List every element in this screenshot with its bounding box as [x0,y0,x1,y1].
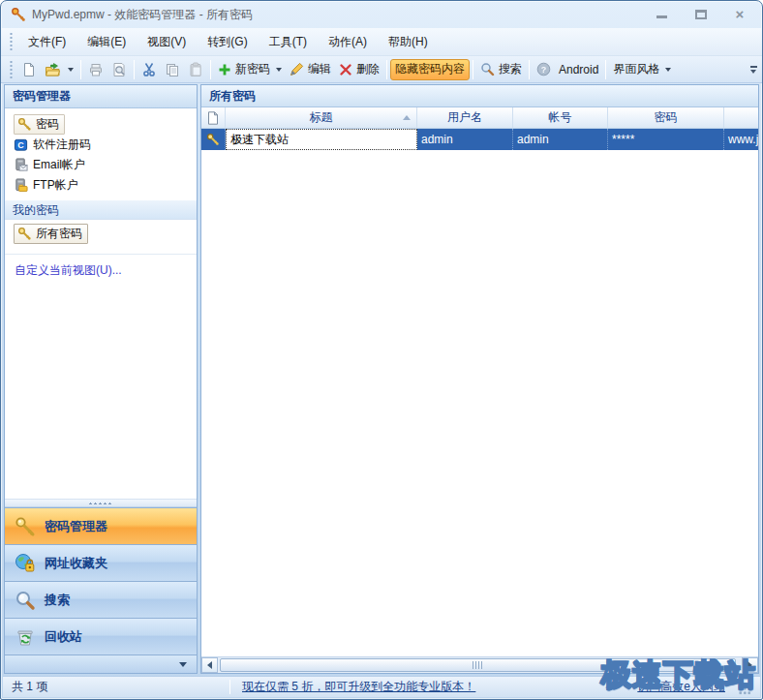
minimize-icon [656,15,667,18]
menu-file[interactable]: 文件(F) [17,30,76,54]
print-preview-button[interactable] [107,59,131,80]
menu-view[interactable]: 视图(V) [137,30,197,54]
cell-account[interactable]: admin [513,129,608,150]
tree-item-label: 密码 [36,116,59,133]
cell-title[interactable]: 极速下载站 [226,129,417,150]
svg-text:C: C [17,140,24,150]
splitter-handle[interactable] [5,499,197,507]
column-header-icon[interactable] [201,107,226,129]
menu-edit[interactable]: 编辑(E) [76,30,137,54]
cell-username[interactable]: admin [417,129,513,150]
menu-bar: 文件(F) 编辑(E) 视图(V) 转到(G) 工具(T) 动作(A) 帮助(H… [1,28,762,56]
menu-actions[interactable]: 动作(A) [318,30,378,54]
edit-button[interactable]: 编辑 [286,59,335,80]
search-button[interactable]: 搜索 [476,59,526,80]
registration-code-icon: C [14,137,28,152]
tree-item-label: 所有密码 [36,226,82,242]
ftp-account-icon [14,178,28,193]
open-file-button[interactable] [41,59,77,80]
new-file-button[interactable] [17,59,41,80]
sort-ascending-icon [403,115,411,120]
scroll-left-button[interactable] [201,657,218,673]
toolbar-overflow-button[interactable] [748,62,759,77]
menu-tools[interactable]: 工具(T) [259,30,318,54]
document-icon [207,111,219,125]
tree-item-ftp-accounts[interactable]: FTP帐户 [5,175,197,196]
thumb-grip-icon [473,661,483,669]
minimize-button[interactable] [654,7,671,22]
sidebar-empty-area [5,283,197,499]
new-password-button[interactable]: 新密码 [214,59,286,80]
android-button[interactable]: Android [555,59,602,80]
cell-password[interactable]: ***** [608,129,724,150]
nav-button-recycle-bin[interactable]: 回收站 [5,618,197,654]
toolbar-grip[interactable] [9,61,14,78]
key-icon [206,133,220,146]
nav-button-url-favorites[interactable]: 网址收藏夹 [5,544,197,581]
main-panel: 所有密码 标题 用户名 帐号 [200,84,759,674]
key-icon [17,117,32,132]
menu-help[interactable]: 帮助(H) [378,30,439,54]
print-button[interactable] [84,59,107,80]
help-button[interactable]: ? [533,59,555,80]
paste-icon [188,62,203,77]
close-button[interactable]: × [731,7,748,22]
copy-button[interactable] [161,59,184,80]
new-password-label: 新密码 [235,61,270,77]
item-count: 共 1 项 [12,679,229,695]
sidebar-caption: 密码管理器 [5,85,197,108]
toolbar-separator [80,60,81,79]
column-header-username[interactable]: 用户名 [417,107,513,129]
menubar-grip[interactable] [9,33,14,50]
key-icon [15,516,36,537]
toolbar-separator [134,60,135,79]
key-icon [17,227,32,241]
toolbar-separator [605,60,606,79]
paste-button[interactable] [184,59,207,80]
toolbar-separator [473,60,473,79]
ui-style-button[interactable]: 界面风格 [609,59,675,80]
open-folder-icon [45,62,62,77]
pencil-icon [290,62,304,76]
tree-item-passwords[interactable]: 密码 [5,114,197,135]
category-tree: 密码 C 软件注册码 E [5,108,197,198]
help-icon: ? [536,62,551,76]
nav-button-password-manager[interactable]: 密码管理器 [5,507,197,544]
menu-goto[interactable]: 转到(G) [197,30,258,54]
arrow-left-icon [207,661,212,669]
nav-button-label: 搜索 [45,592,70,609]
toolbar-separator [386,60,387,79]
cell-url[interactable]: www.jisu [724,129,758,150]
email-account-icon [14,158,28,172]
nav-button-search[interactable]: 搜索 [5,581,197,618]
ui-style-label: 界面风格 [613,61,659,77]
maximize-button[interactable] [692,7,710,22]
new-password-dropdown-arrow-icon[interactable] [276,68,282,72]
hide-password-content-button[interactable]: 隐藏密码内容 [390,59,470,80]
content-area: 密码管理器 密码 C [4,84,759,674]
open-dropdown-arrow-icon[interactable] [68,68,74,72]
table-row[interactable]: 极速下载站 admin admin ***** www.jisu [201,129,758,150]
overflow-bar-icon [750,66,757,68]
delete-button[interactable]: 删除 [335,59,383,80]
search-icon [480,62,495,76]
list-empty-area [201,150,758,656]
svg-text:?: ? [541,65,547,75]
column-header-account[interactable]: 帐号 [513,107,608,129]
customize-view-link[interactable]: 自定义当前视图(U)... [5,255,197,283]
toolbar-separator [210,60,211,79]
configure-buttons-strip[interactable] [5,654,197,673]
tree-item-label: FTP帐户 [33,177,78,194]
tree-item-all-passwords[interactable]: 所有密码 [5,224,197,244]
column-header-title[interactable]: 标题 [226,107,417,129]
column-header-url[interactable] [724,107,758,129]
cut-button[interactable] [137,59,161,80]
tree-item-email-accounts[interactable]: Email帐户 [5,155,197,175]
recycle-bin-icon [15,626,36,648]
chevron-down-icon [179,662,187,667]
print-preview-icon [111,62,127,77]
toolbar-separator [529,60,530,79]
tree-item-registration-codes[interactable]: C 软件注册码 [5,135,197,155]
column-header-password[interactable]: 密码 [608,107,724,129]
upgrade-link[interactable]: 现在仅需 5 折，即可升级到全功能专业版本！ [242,679,475,695]
